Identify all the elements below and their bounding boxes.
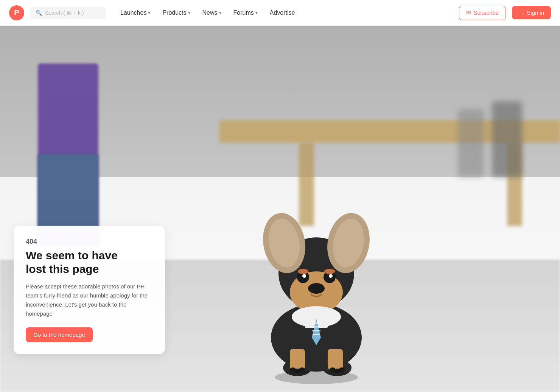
svg-rect-23 — [290, 349, 305, 370]
subscribe-button[interactable]: ✉ Subscribe — [459, 6, 506, 20]
nav-item-news[interactable]: News ▾ — [197, 6, 227, 19]
logo-letter: P — [14, 8, 19, 17]
error-card: 404 We seem to have lost this page Pleas… — [14, 226, 165, 354]
products-label: Products — [162, 9, 186, 16]
svg-point-31 — [275, 370, 358, 384]
signin-label: Sign in — [527, 9, 544, 16]
launches-chevron: ▾ — [148, 10, 150, 15]
news-chevron: ▾ — [219, 10, 221, 15]
hero-background: 404 We seem to have lost this page Pleas… — [0, 26, 560, 392]
nav-links: Launches ▾ Products ▾ News ▾ Forums ▾ Ad… — [115, 6, 300, 19]
forums-chevron: ▾ — [255, 10, 258, 15]
nav-item-advertise[interactable]: Advertise — [264, 6, 300, 19]
news-label: News — [202, 9, 218, 16]
nav-item-forums[interactable]: Forums ▾ — [228, 6, 263, 19]
svg-point-11 — [308, 283, 325, 294]
nav-item-products[interactable]: Products ▾ — [157, 6, 195, 19]
error-description: Please accept these adorable photos of o… — [26, 282, 153, 318]
error-title-line1: We seem to have — [26, 249, 118, 262]
svg-point-10 — [329, 274, 333, 278]
launches-label: Launches — [120, 9, 146, 16]
search-icon: 🔍 — [36, 10, 42, 16]
subscribe-icon: ✉ — [466, 9, 471, 16]
nav-item-launches[interactable]: Launches ▾ — [115, 6, 156, 19]
forums-label: Forums — [233, 9, 254, 16]
error-code: 404 — [26, 238, 153, 246]
error-title-line2: lost this page — [26, 263, 99, 275]
error-title: We seem to have lost this page — [26, 249, 153, 276]
logo[interactable]: P — [9, 5, 24, 20]
dog-image — [226, 126, 407, 392]
search-box[interactable]: 🔍 Search ( ⌘ + k ) — [30, 7, 106, 19]
products-chevron: ▾ — [188, 10, 190, 15]
svg-point-12 — [298, 269, 308, 274]
navbar: P 🔍 Search ( ⌘ + k ) Launches ▾ Products… — [0, 0, 560, 26]
svg-point-9 — [302, 274, 306, 278]
advertise-label: Advertise — [270, 9, 295, 16]
svg-point-13 — [324, 269, 335, 274]
search-placeholder: Search ( ⌘ + k ) — [45, 10, 84, 16]
signin-icon: → — [519, 9, 524, 16]
svg-rect-24 — [328, 349, 343, 370]
signin-button[interactable]: → Sign in — [512, 6, 551, 19]
go-to-homepage-button[interactable]: Go to the homepage — [26, 327, 93, 342]
svg-point-30 — [339, 367, 345, 372]
subscribe-label: Subscribe — [473, 9, 499, 16]
